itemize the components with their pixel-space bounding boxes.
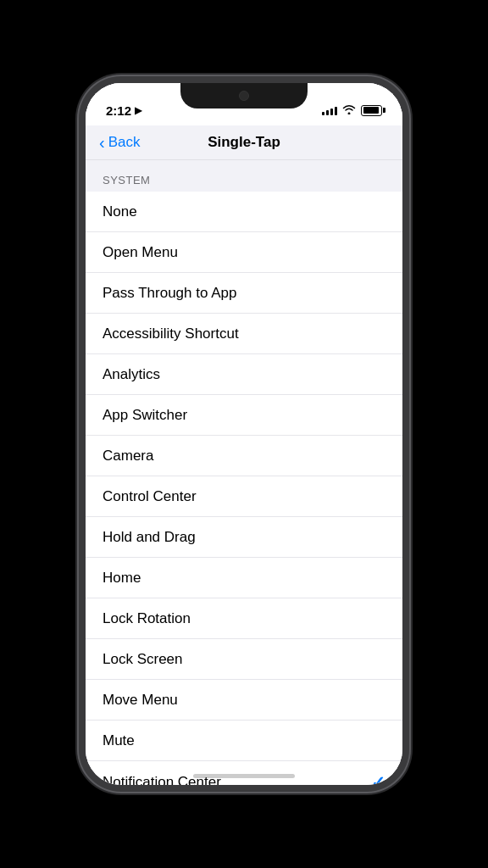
- phone-frame: 2:12 ▶: [79, 76, 409, 792]
- back-button[interactable]: ‹ Back: [99, 134, 140, 151]
- list-item-accessibility-shortcut[interactable]: Accessibility Shortcut: [86, 314, 402, 354]
- signal-bar-2: [326, 110, 329, 115]
- list-item-hold-and-drag[interactable]: Hold and Drag: [86, 517, 402, 558]
- status-icons: [322, 104, 382, 117]
- list-item-lock-rotation[interactable]: Lock Rotation: [86, 598, 402, 639]
- list-item[interactable]: Pass Through to App: [86, 273, 402, 314]
- section-header: SYSTEM: [86, 160, 402, 192]
- signal-bar-4: [335, 107, 337, 115]
- options-list: None Open Menu Pass Through to App Acces…: [86, 192, 402, 785]
- list-item-camera[interactable]: Camera: [86, 436, 402, 476]
- list-item-home[interactable]: Home: [86, 558, 402, 598]
- list-item-notification-center[interactable]: Notification Center ✓: [86, 761, 402, 785]
- list-item[interactable]: None: [86, 192, 402, 232]
- signal-bars: [322, 105, 337, 115]
- status-time: 2:12 ▶: [106, 103, 141, 118]
- list-item-move-menu[interactable]: Move Menu: [86, 680, 402, 721]
- page-title: Single-Tap: [208, 134, 280, 151]
- list-item-app-switcher[interactable]: App Switcher: [86, 395, 402, 436]
- front-camera: [239, 91, 249, 101]
- back-chevron-icon: ‹: [99, 134, 105, 151]
- list-item[interactable]: Open Menu: [86, 232, 402, 273]
- content-area[interactable]: SYSTEM None Open Menu Pass Through to Ap…: [86, 160, 402, 785]
- wifi-icon: [342, 104, 356, 117]
- battery-icon: [361, 105, 382, 116]
- notch: [180, 83, 308, 108]
- checkmark-icon: ✓: [371, 772, 385, 785]
- list-item-lock-screen[interactable]: Lock Screen: [86, 639, 402, 680]
- screen: 2:12 ▶: [86, 83, 402, 785]
- list-item-analytics[interactable]: Analytics: [86, 354, 402, 395]
- nav-bar: ‹ Back Single-Tap: [86, 125, 402, 160]
- back-label: Back: [108, 134, 141, 151]
- home-indicator: [193, 774, 295, 778]
- list-item-mute[interactable]: Mute: [86, 721, 402, 761]
- location-icon: ▶: [135, 105, 141, 116]
- battery-fill: [363, 107, 379, 114]
- list-item-control-center[interactable]: Control Center: [86, 476, 402, 517]
- signal-bar-1: [322, 112, 324, 115]
- signal-bar-3: [330, 108, 333, 115]
